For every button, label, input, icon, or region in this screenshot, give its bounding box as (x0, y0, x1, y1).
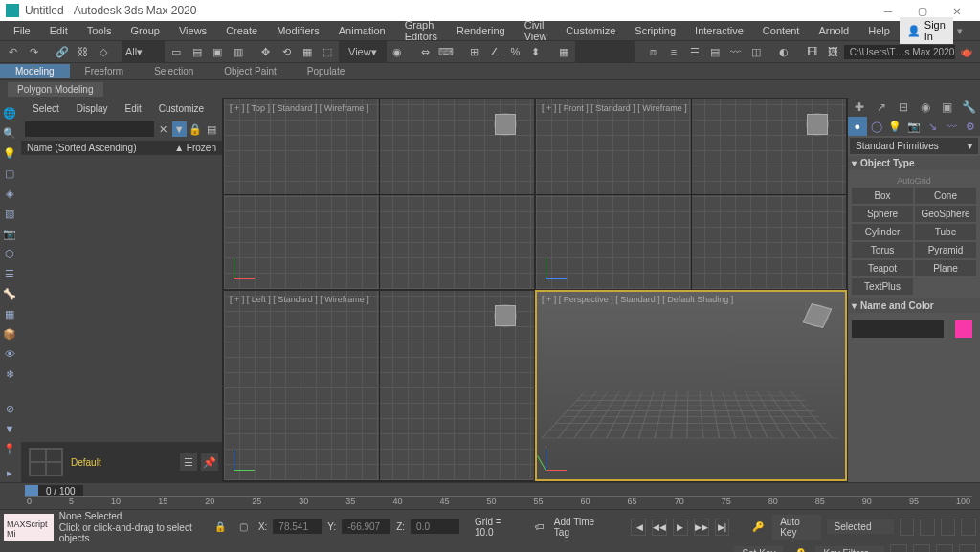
menu-scripting[interactable]: Scripting (625, 23, 685, 38)
menu-file[interactable]: File (4, 23, 40, 38)
menu-customize[interactable]: Customize (556, 23, 625, 38)
rotate-button[interactable]: ⟲ (278, 41, 297, 62)
cat-helpers-icon[interactable]: ↘ (924, 117, 943, 136)
signin-button[interactable]: 👤 Sign In (900, 17, 953, 44)
nav-pan-icon[interactable] (900, 519, 915, 536)
rail-light-icon[interactable]: 💡 (0, 144, 19, 163)
primitive-cylinder[interactable]: Cylinder (852, 224, 913, 240)
x-coord[interactable]: 78.541 (273, 519, 322, 534)
viewport-left[interactable]: [ + ] [ Left ] [ Standard ] [ Wireframe … (224, 291, 534, 480)
window-crossing-button[interactable]: ▥ (229, 41, 248, 62)
time-tag-icon[interactable]: 🏷 (530, 517, 548, 538)
align-button[interactable]: ≡ (664, 41, 683, 62)
scene-search-input[interactable] (25, 121, 154, 137)
select-button[interactable]: ▭ (167, 41, 186, 62)
material-editor-button[interactable]: ◐ (775, 41, 794, 62)
primitive-category-dropdown[interactable]: Standard Primitives▾ (850, 138, 978, 154)
autogrid-checkbox[interactable]: AutoGrid (852, 174, 976, 188)
select-name-button[interactable]: ▤ (188, 41, 207, 62)
link-button[interactable]: 🔗 (53, 41, 72, 62)
cmd-tab-hierarchy[interactable]: ⊟ (892, 98, 914, 117)
curve-editor-button[interactable]: 〰 (726, 41, 746, 62)
render-frame-button[interactable]: 🖼 (823, 41, 842, 62)
scene-filter-icon[interactable]: ▼ (172, 121, 187, 137)
lock-selection-icon[interactable]: 🔒 (212, 517, 230, 538)
placement-button[interactable]: ⬚ (319, 41, 338, 62)
menu-modifiers[interactable]: Modifiers (267, 23, 329, 38)
scene-clear-icon[interactable]: ✕ (156, 121, 170, 137)
viewcube-top[interactable] (484, 103, 526, 145)
ribbon-button[interactable]: ▤ (705, 41, 724, 62)
cat-lights-icon[interactable]: 💡 (885, 117, 904, 136)
rail-frozen-icon[interactable]: ❄ (0, 364, 19, 384)
goto-start-button[interactable]: |◀ (631, 519, 646, 536)
cmd-tab-motion[interactable]: ◉ (914, 98, 936, 117)
primitive-torus[interactable]: Torus (852, 242, 913, 258)
rail-helper-icon[interactable]: ⬡ (0, 244, 19, 263)
maxscript-listener[interactable]: MAXScript Mi (4, 514, 54, 541)
move-button[interactable]: ✥ (256, 41, 276, 62)
selection-filter-dropdown[interactable]: All ▾ (122, 41, 165, 62)
scene-tab-display[interactable]: Display (69, 101, 116, 116)
z-coord[interactable]: 0.0 (411, 519, 459, 534)
nav-zoom-icon[interactable] (920, 519, 935, 536)
rail-funnel-icon[interactable]: ▼ (0, 419, 19, 438)
rail-bone-icon[interactable]: 🦴 (0, 284, 19, 303)
setkey-button[interactable]: Set Key (734, 546, 783, 553)
mirror-button[interactable]: ⧈ (644, 41, 663, 62)
pivot-button[interactable]: ◉ (389, 41, 408, 62)
cat-systems-icon[interactable]: ⚙ (961, 117, 980, 136)
rail-container-icon[interactable]: 📦 (0, 324, 19, 343)
chevron-icon[interactable]: ▾ (953, 25, 967, 37)
nav-walk-icon[interactable] (936, 544, 953, 552)
rail-geom-icon[interactable]: ◈ (0, 184, 19, 203)
rail-shape-icon[interactable]: ▧ (0, 204, 19, 223)
next-frame-button[interactable]: ▶▶ (694, 519, 709, 536)
key-filters-button[interactable]: Key Filters... (815, 546, 884, 553)
render-button[interactable]: 🫖 (957, 41, 976, 62)
angle-snap-button[interactable]: ∠ (485, 41, 504, 62)
cat-cameras-icon[interactable]: 📷 (904, 117, 924, 136)
viewport-top[interactable]: [ + ] [ Top ] [ Standard ] [ Wireframe ] (224, 99, 534, 289)
select-region-button[interactable]: ▣ (208, 41, 227, 62)
render-path-box[interactable]: C:\Users\T…s Max 2020 (844, 45, 956, 59)
primitive-tube[interactable]: Tube (915, 224, 976, 240)
subribbon-polygon-modeling[interactable]: Polygon Modeling (8, 82, 103, 97)
rail-box-icon[interactable]: ▢ (0, 164, 19, 183)
undo-button[interactable]: ↶ (4, 41, 23, 62)
time-ruler[interactable]: 0 5 10 15 20 25 30 35 40 45 50 55 60 65 … (25, 496, 972, 509)
ribbon-tab-freeform[interactable]: Freeform (70, 64, 140, 78)
primitive-geosphere[interactable]: GeoSphere (915, 206, 976, 222)
primitive-textplus[interactable]: TextPlus (852, 278, 913, 295)
ribbon-tab-modeling[interactable]: Modeling (0, 64, 70, 78)
menu-interactive[interactable]: Interactive (685, 23, 753, 38)
scene-lock-icon[interactable]: 🔒 (189, 121, 203, 137)
schematic-button[interactable]: ◫ (746, 41, 766, 62)
cat-geometry-icon[interactable]: ● (848, 117, 867, 136)
cat-spacewarps-icon[interactable]: 〰 (943, 117, 962, 136)
scene-tab-customize[interactable]: Customize (151, 101, 212, 116)
scene-tab-select[interactable]: Select (25, 101, 67, 116)
cat-shapes-icon[interactable]: ◯ (867, 117, 886, 136)
rail-expand-icon[interactable]: ▸ (0, 463, 19, 482)
menu-help[interactable]: Help (858, 23, 900, 38)
y-coord[interactable]: -66.907 (342, 519, 390, 534)
keyboard-shortcut-button[interactable]: ⌨ (436, 41, 456, 62)
rollout-name-color[interactable]: ▾ Name and Color (848, 298, 980, 313)
named-selection-dropdown[interactable] (575, 41, 635, 62)
redo-button[interactable]: ↷ (25, 41, 44, 62)
rail-eye-icon[interactable]: 👁 (0, 344, 19, 364)
manipulate-button[interactable]: ⇔ (416, 41, 435, 62)
cmd-tab-modify[interactable]: ↗ (870, 98, 892, 117)
object-color-swatch[interactable] (955, 320, 972, 338)
key-big-icon[interactable]: 🔑 (789, 542, 810, 552)
object-name-input[interactable] (852, 320, 944, 338)
cmd-tab-display[interactable]: ▣ (936, 98, 958, 117)
viewcube-persp[interactable] (796, 295, 838, 337)
rail-layer-icon[interactable]: ☰ (0, 264, 19, 283)
menu-tools[interactable]: Tools (78, 23, 122, 38)
scene-tab-edit[interactable]: Edit (118, 101, 149, 116)
prev-frame-button[interactable]: ◀◀ (652, 519, 667, 536)
scene-header-row[interactable]: Name (Sorted Ascending) ▲ Frozen (21, 141, 222, 155)
rollout-object-type[interactable]: ▾ Object Type (848, 156, 980, 170)
